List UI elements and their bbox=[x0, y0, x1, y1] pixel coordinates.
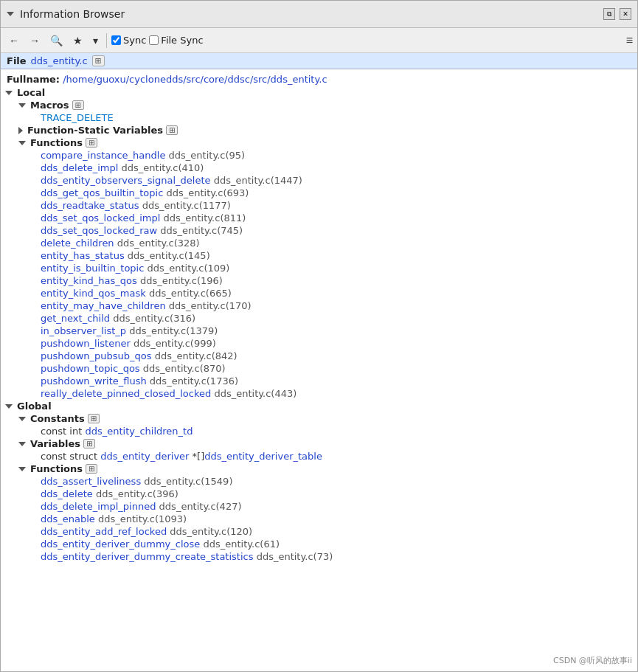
local-section: Local Macros ⊞ TRACE_DELETE Function-Sta… bbox=[1, 86, 637, 400]
global-expand-icon bbox=[5, 404, 13, 409]
list-item[interactable]: dds_assert_liveliness dds_entity.c(1549) bbox=[14, 475, 637, 488]
file-name[interactable]: dds_entity.c bbox=[31, 55, 88, 66]
global-functions-expand-icon bbox=[18, 467, 26, 471]
func-static-header[interactable]: Function-Static Variables ⊞ bbox=[14, 124, 637, 136]
list-item[interactable]: entity_is_builtin_topic dds_entity.c(109… bbox=[14, 262, 637, 274]
separator-1 bbox=[106, 33, 107, 48]
content-area[interactable]: Fullname: /home/guoxu/cyclonedds/src/cor… bbox=[1, 69, 637, 671]
macros-expand-icon bbox=[18, 103, 26, 108]
list-item[interactable]: entity_kind_qos_mask dds_entity.c(665) bbox=[14, 287, 637, 299]
local-functions-label: Functions bbox=[30, 137, 83, 148]
collapse-icon[interactable] bbox=[7, 12, 14, 16]
local-functions-tag[interactable]: ⊞ bbox=[86, 138, 97, 148]
filesync-label: File Sync bbox=[161, 35, 203, 46]
constants-label: Constants bbox=[30, 413, 85, 424]
list-item[interactable]: pushdown_write_flush dds_entity.c(1736) bbox=[14, 375, 637, 387]
local-functions-expand-icon bbox=[18, 141, 26, 145]
filesync-checkbox-label[interactable]: File Sync bbox=[149, 35, 203, 46]
close-button[interactable]: ✕ bbox=[620, 8, 631, 20]
search-button[interactable]: 🔍 bbox=[46, 33, 66, 48]
list-item[interactable]: dds_entity_deriver_dummy_create_statisti… bbox=[14, 550, 637, 563]
toolbar: ← → 🔍 ★ ▾ Sync File Sync ≡ bbox=[1, 28, 637, 53]
bookmark-dropdown-button[interactable]: ▾ bbox=[89, 33, 102, 48]
list-item[interactable]: dds_delete_impl_pinned dds_entity.c(427) bbox=[14, 500, 637, 513]
list-item[interactable]: dds_delete dds_entity.c(396) bbox=[14, 488, 637, 500]
local-expand-icon bbox=[5, 91, 13, 95]
global-functions-label: Functions bbox=[30, 463, 83, 474]
list-item[interactable]: pushdown_pubsub_qos dds_entity.c(842) bbox=[14, 350, 637, 362]
variables-label: Variables bbox=[30, 438, 80, 449]
macros-label: Macros bbox=[30, 100, 69, 111]
global-functions-tag[interactable]: ⊞ bbox=[86, 464, 97, 474]
information-browser-window: Information Browser ⧉ ✕ ← → 🔍 ★ ▾ Sync F… bbox=[0, 0, 638, 672]
variables-header[interactable]: Variables ⊞ bbox=[14, 437, 637, 450]
variables-tag[interactable]: ⊞ bbox=[83, 439, 95, 448]
file-label: File bbox=[7, 55, 27, 66]
list-item[interactable]: dds_entity_deriver_dummy_close dds_entit… bbox=[14, 538, 637, 550]
func-static-tag[interactable]: ⊞ bbox=[166, 125, 178, 135]
list-item[interactable]: delete_children dds_entity.c(328) bbox=[14, 237, 637, 249]
list-item[interactable]: dds_set_qos_locked_impl dds_entity.c(811… bbox=[14, 212, 637, 224]
menu-button[interactable]: ≡ bbox=[626, 34, 633, 47]
constants-tag[interactable]: ⊞ bbox=[88, 414, 100, 423]
forward-button[interactable]: → bbox=[26, 33, 44, 48]
macros-tag[interactable]: ⊞ bbox=[72, 100, 84, 110]
constants-header[interactable]: Constants ⊞ bbox=[14, 412, 637, 425]
list-item[interactable]: in_observer_list_p dds_entity.c(1379) bbox=[14, 325, 637, 337]
list-item[interactable]: const struct dds_entity_deriver *[]dds_e… bbox=[14, 450, 637, 463]
variables-expand-icon bbox=[18, 442, 26, 446]
func-static-expand-icon bbox=[18, 127, 23, 134]
macro-item-trace-delete[interactable]: TRACE_DELETE bbox=[14, 111, 637, 124]
list-item[interactable]: dds_set_qos_locked_raw dds_entity.c(745) bbox=[14, 224, 637, 237]
title-controls: ⧉ ✕ bbox=[603, 8, 631, 20]
window-title: Information Browser bbox=[20, 8, 125, 20]
list-item[interactable]: dds_delete_impl dds_entity.c(410) bbox=[14, 162, 637, 174]
global-sub-section: Constants ⊞ const int dds_entity_childre… bbox=[1, 412, 637, 563]
list-item[interactable]: really_delete_pinned_closed_locked dds_e… bbox=[14, 387, 637, 400]
sync-checkbox[interactable] bbox=[111, 35, 121, 45]
bookmark-button[interactable]: ★ bbox=[69, 33, 86, 48]
macro-name: TRACE_DELETE bbox=[41, 112, 114, 123]
fullname-row: Fullname: /home/guoxu/cyclonedds/src/cor… bbox=[1, 72, 637, 86]
list-item[interactable]: dds_entity_add_ref_locked dds_entity.c(1… bbox=[14, 525, 637, 538]
global-label: Global bbox=[17, 401, 52, 412]
list-item[interactable]: pushdown_topic_qos dds_entity.c(870) bbox=[14, 362, 637, 375]
list-item[interactable]: compare_instance_handle dds_entity.c(95) bbox=[14, 149, 637, 162]
list-item[interactable]: pushdown_listener dds_entity.c(999) bbox=[14, 337, 637, 350]
list-item[interactable]: dds_readtake_status dds_entity.c(1177) bbox=[14, 199, 637, 212]
func-static-label: Function-Static Variables bbox=[27, 125, 163, 136]
global-functions-header[interactable]: Functions ⊞ bbox=[14, 463, 637, 475]
list-item[interactable]: entity_has_status dds_entity.c(145) bbox=[14, 249, 637, 262]
file-tag[interactable]: ⊞ bbox=[92, 55, 105, 66]
macros-header[interactable]: Macros ⊞ bbox=[14, 99, 637, 111]
local-sub-section: Macros ⊞ TRACE_DELETE Function-Static Va… bbox=[1, 99, 637, 400]
local-functions-header[interactable]: Functions ⊞ bbox=[14, 136, 637, 149]
global-section: Global Constants ⊞ const int dds_entity_… bbox=[1, 400, 637, 563]
list-item[interactable]: dds_enable dds_entity.c(1093) bbox=[14, 513, 637, 525]
title-left: Information Browser bbox=[7, 8, 125, 20]
constants-expand-icon bbox=[18, 417, 26, 421]
local-section-header[interactable]: Local bbox=[1, 86, 637, 99]
filesync-checkbox[interactable] bbox=[149, 35, 159, 45]
title-bar: Information Browser ⧉ ✕ bbox=[1, 1, 637, 28]
fullname-path: /home/guoxu/cyclonedds/src/core/ddsc/src… bbox=[63, 74, 327, 85]
local-label: Local bbox=[17, 87, 45, 98]
list-item[interactable]: entity_kind_has_qos dds_entity.c(196) bbox=[14, 274, 637, 287]
global-section-header[interactable]: Global bbox=[1, 400, 637, 412]
sync-label: Sync bbox=[123, 35, 146, 46]
file-bar: File dds_entity.c ⊞ bbox=[1, 53, 637, 69]
list-item[interactable]: const int dds_entity_children_td bbox=[14, 425, 637, 437]
list-item[interactable]: get_next_child dds_entity.c(316) bbox=[14, 312, 637, 325]
back-button[interactable]: ← bbox=[5, 33, 23, 48]
sync-checkbox-label[interactable]: Sync bbox=[111, 35, 146, 46]
list-item[interactable]: dds_get_qos_builtin_topic dds_entity.c(6… bbox=[14, 187, 637, 199]
list-item[interactable]: dds_entity_observers_signal_delete dds_e… bbox=[14, 174, 637, 187]
list-item[interactable]: entity_may_have_children dds_entity.c(17… bbox=[14, 299, 637, 312]
fullname-label: Fullname: bbox=[7, 74, 60, 85]
restore-button[interactable]: ⧉ bbox=[603, 8, 615, 20]
